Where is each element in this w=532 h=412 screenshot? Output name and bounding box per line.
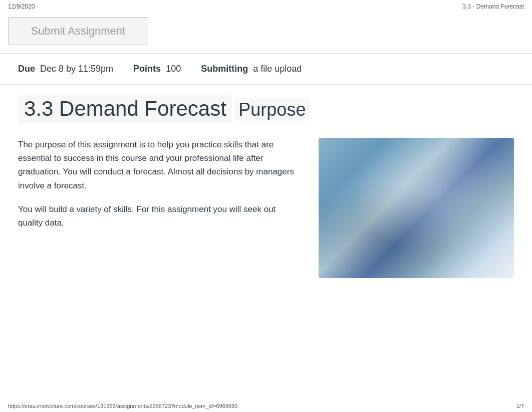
due-label: Due (18, 64, 35, 74)
purpose-paragraph-2: You will build a variety of skills. For … (18, 202, 299, 230)
assignment-title: 3.3 Demand Forecast (18, 95, 232, 123)
meta-bar: Due Dec 8 by 11:59pm Points 100 Submitti… (0, 54, 532, 85)
page-pagination: 1/7 (516, 403, 524, 409)
submitting-value: a file upload (253, 64, 302, 74)
assignment-image (319, 138, 514, 278)
current-date: 12/9/2020 (8, 3, 35, 10)
bottom-bar: https://erau.instructure.com/courses/121… (0, 400, 532, 412)
purpose-paragraph-1: The purpose of this assignment is to hel… (18, 138, 299, 192)
points-value: 100 (166, 64, 181, 74)
submitting-label: Submitting (201, 64, 248, 74)
points-label: Points (133, 64, 161, 74)
page-title-header: 3.3 - Demand Forecast (462, 3, 524, 10)
content-area: 3.3 Demand Forecast Purpose The purpose … (0, 85, 532, 288)
submitting-item: Submitting a file upload (201, 64, 302, 74)
purpose-heading: Purpose (234, 98, 310, 121)
content-layout: The purpose of this assignment is to hel… (18, 138, 514, 278)
submit-section: Submit Assignment (0, 12, 532, 53)
page-url: https://erau.instructure.com/courses/121… (8, 403, 237, 409)
text-content: The purpose of this assignment is to hel… (18, 138, 299, 240)
due-item: Due Dec 8 by 11:59pm (18, 64, 113, 74)
top-bar: 12/9/2020 3.3 - Demand Forecast (0, 0, 532, 12)
due-value: Dec 8 by 11:59pm (40, 64, 113, 74)
points-item: Points 100 (133, 64, 181, 74)
submit-assignment-button[interactable]: Submit Assignment (8, 17, 148, 45)
